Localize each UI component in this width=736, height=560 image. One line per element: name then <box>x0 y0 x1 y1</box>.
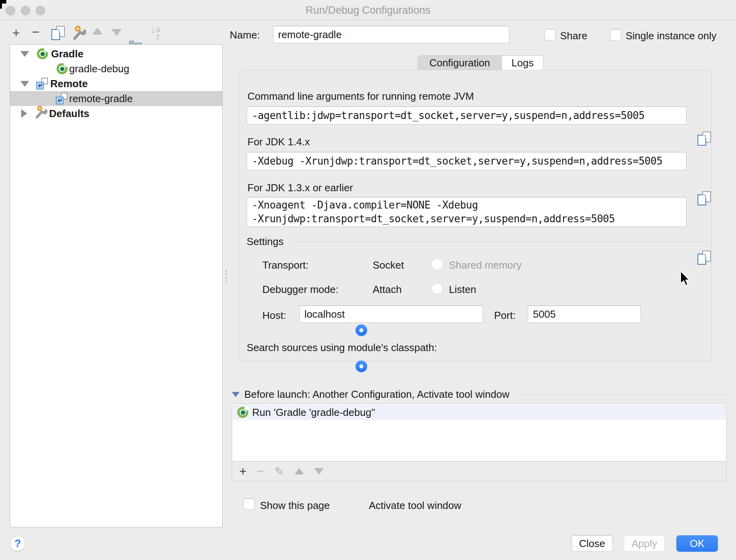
before-launch-toolbar: + − ✎ <box>232 461 727 481</box>
transport-label: Transport: <box>262 259 309 271</box>
tree-item-defaults[interactable]: Defaults <box>10 106 222 121</box>
minimize-window-button[interactable] <box>21 6 30 15</box>
search-sources-label: Search sources using module's classpath: <box>247 342 437 354</box>
remove-task-button[interactable]: − <box>257 465 264 478</box>
expand-arrow-icon[interactable] <box>21 109 27 118</box>
sort-configurations-button[interactable]: ↓ a z <box>150 26 160 40</box>
tree-item-gradle-group[interactable]: Gradle <box>10 46 222 61</box>
gradle-icon <box>57 63 68 74</box>
settings-label: Settings <box>247 236 284 248</box>
mouse-cursor <box>680 271 693 288</box>
add-task-button[interactable]: + <box>239 465 247 478</box>
before-launch-task-row[interactable]: Run 'Gradle 'gradle-debug'' <box>233 405 726 420</box>
show-this-page-label: Show this page <box>260 500 330 512</box>
apply-button[interactable]: Apply <box>624 535 665 552</box>
jdk13-label: For JDK 1.3.x or earlier <box>247 182 353 194</box>
tree-item-remote-gradle[interactable]: remote-gradle <box>10 91 222 106</box>
remote-icon <box>56 93 68 104</box>
ok-button[interactable]: OK <box>676 535 718 552</box>
window-title: Run/Debug Configurations <box>0 0 736 20</box>
listen-radio[interactable] <box>431 283 443 295</box>
before-launch-header: Before launch: Another Configuration, Ac… <box>232 388 727 401</box>
share-checkbox[interactable] <box>544 29 556 40</box>
edit-task-button[interactable]: ✎ <box>274 465 284 478</box>
tab-configuration[interactable]: Configuration <box>418 56 502 70</box>
shared-memory-radio[interactable] <box>431 258 443 270</box>
host-label: Host: <box>262 309 286 322</box>
copy-jdk13-button[interactable] <box>698 251 711 265</box>
jdk14-input[interactable]: -Xdebug -Xrunjdwp:transport=dt_socket,se… <box>247 152 687 170</box>
gradle-icon <box>237 407 248 418</box>
wrench-icon <box>71 25 86 41</box>
sort-arrow-icon: ↓ <box>150 26 156 40</box>
attach-radio[interactable] <box>355 361 367 372</box>
name-label: Name: <box>230 29 260 41</box>
attach-label: Attach <box>373 284 402 296</box>
debugger-mode-label: Debugger mode: <box>262 284 339 296</box>
zoom-window-button[interactable] <box>36 6 45 15</box>
defaults-wrench-icon <box>33 105 48 122</box>
activate-tool-window-label: Activate tool window <box>369 500 461 512</box>
share-label: Share <box>560 30 587 42</box>
collapse-arrow-icon[interactable] <box>232 392 240 397</box>
command-line-input[interactable]: -agentlib:jdwp=transport=dt_socket,serve… <box>247 106 687 124</box>
move-task-down-button[interactable] <box>314 468 324 474</box>
socket-radio[interactable] <box>355 324 367 336</box>
close-window-button[interactable] <box>6 6 15 15</box>
copy-jdk14-button[interactable] <box>698 191 711 205</box>
listen-label: Listen <box>449 284 476 296</box>
command-line-label: Command line arguments for running remot… <box>247 90 474 102</box>
before-launch-label: Before launch: Another Configuration, Ac… <box>244 388 509 401</box>
title-bar: Run/Debug Configurations <box>0 0 736 20</box>
copy-configuration-button[interactable] <box>51 26 65 40</box>
remote-icon <box>36 78 48 90</box>
collapse-arrow-icon[interactable] <box>20 51 29 57</box>
before-launch-list: Run 'Gradle 'gradle-debug'' <box>232 404 727 461</box>
remove-configuration-button[interactable]: − <box>32 25 40 38</box>
shared-memory-label: Shared memory <box>449 259 522 271</box>
move-down-button[interactable] <box>112 29 122 36</box>
tree-item-remote-group[interactable]: Remote <box>10 76 222 91</box>
name-input[interactable]: remote-gradle <box>273 26 509 43</box>
collapse-arrow-icon[interactable] <box>20 81 29 87</box>
config-tabs: Configuration Logs <box>417 55 544 70</box>
screenshot-corner-artifact <box>0 0 2 9</box>
help-button[interactable]: ? <box>10 536 26 551</box>
add-configuration-button[interactable]: + <box>12 26 20 39</box>
tree-item-gradle-debug[interactable]: gradle-debug <box>10 61 222 76</box>
jdk13-input[interactable]: -Xnoagent -Djava.compiler=NONE -Xdebug -… <box>247 197 687 227</box>
show-this-page-checkbox[interactable] <box>244 498 255 510</box>
close-button[interactable]: Close <box>571 535 613 552</box>
configurations-tree: Gradle gradle-debug Remote remote-gradle <box>10 44 223 527</box>
copy-command-line-button[interactable] <box>698 132 711 146</box>
edit-defaults-button[interactable] <box>71 25 86 41</box>
port-input[interactable]: 5005 <box>528 306 641 323</box>
single-instance-label: Single instance only <box>626 30 716 42</box>
question-mark-icon: ? <box>15 538 21 550</box>
socket-label: Socket <box>373 259 404 271</box>
single-instance-checkbox[interactable] <box>610 29 621 40</box>
jdk14-label: For JDK 1.4.x <box>247 136 310 148</box>
settings-divider <box>292 242 709 242</box>
move-up-button[interactable] <box>92 27 103 35</box>
tab-logs[interactable]: Logs <box>502 56 543 70</box>
gradle-icon <box>37 48 48 59</box>
move-task-up-button[interactable] <box>295 468 304 474</box>
host-input[interactable]: localhost <box>299 306 483 323</box>
port-label: Port: <box>494 309 516 322</box>
before-launch-divider <box>516 394 727 395</box>
